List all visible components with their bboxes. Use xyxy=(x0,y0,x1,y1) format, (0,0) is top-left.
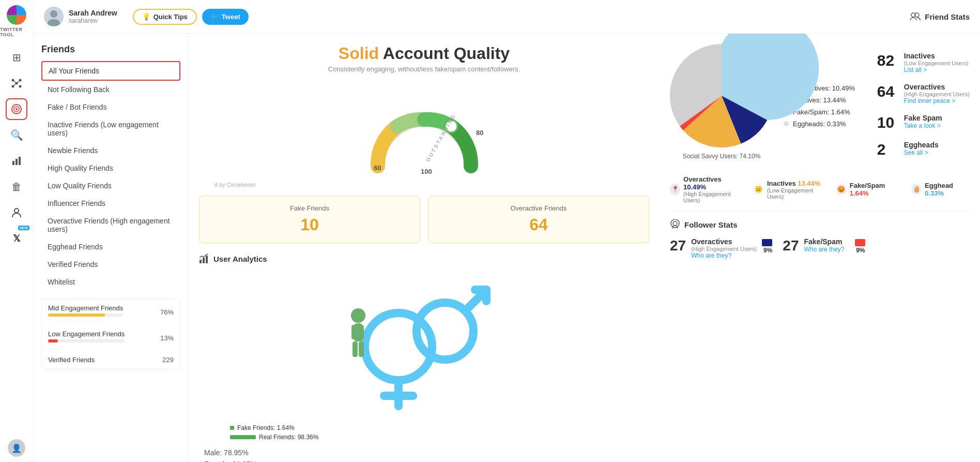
user-avatar xyxy=(44,7,64,26)
svg-text:80: 80 xyxy=(476,129,483,137)
gauge-container: 60 80 100 OUTSTANDING xyxy=(199,83,649,176)
menu-item-fake-bot[interactable]: Fake / Bot Friends xyxy=(41,98,180,116)
menu-item-overactive[interactable]: Overactive Friends (High engagement user… xyxy=(41,212,180,238)
metric-inactives-pct: 13.44% xyxy=(798,180,820,187)
follower-overactives-row: 27 Overactives (High Engagement Users) W… xyxy=(670,237,772,259)
follower-overactives-label: Overactives xyxy=(691,237,757,246)
eggheads-link[interactable]: See all > xyxy=(904,149,939,156)
inactives-sublabel: (Low Engagement Users) xyxy=(904,60,969,66)
menu-item-verified[interactable]: Verified Friends xyxy=(41,256,180,273)
svg-rect-11 xyxy=(12,161,14,165)
svg-point-35 xyxy=(351,308,365,323)
fake-friends-bar-row: Fake Friends: 1.64% xyxy=(230,424,649,431)
bar-labels: Fake Friends: 1.64% Real Friends: 98.36% xyxy=(230,424,649,441)
sidebar-item-delete[interactable]: 🗑 xyxy=(6,176,27,198)
menu-item-influencer[interactable]: Influencer Friends xyxy=(41,195,180,212)
quality-title: Solid Account Quality xyxy=(199,44,649,63)
menu-item-high-quality[interactable]: High Quality Friends xyxy=(41,159,180,177)
low-engagement-pct: 13% xyxy=(160,334,174,342)
sidebar-item-barchart[interactable] xyxy=(6,150,27,172)
left-panel: Friends All Your Friends Not Following B… xyxy=(34,34,189,462)
metric-inactives-icon: 😐 xyxy=(754,184,764,195)
user-analytics-title: User Analytics xyxy=(199,254,649,264)
user-info: Sarah Andrew saraharew xyxy=(69,9,117,24)
svg-line-6 xyxy=(18,81,20,83)
menu-item-all-friends[interactable]: All Your Friends xyxy=(41,61,180,81)
gender-chart xyxy=(347,274,502,419)
follower-stats-content: 27 Overactives (High Engagement Users) W… xyxy=(670,237,970,259)
fake-spam-number: 10 xyxy=(877,114,898,131)
menu-item-egghead[interactable]: Egghead Friends xyxy=(41,238,180,256)
eggheads-info: Eggheads See all > xyxy=(904,141,939,156)
menu-item-whitelist[interactable]: Whitelist xyxy=(41,273,180,291)
overactives-sublabel: (High Engagement Users) xyxy=(904,91,970,97)
metric-fake-spam-pct: 1.64% xyxy=(850,189,869,197)
inactives-link[interactable]: List all > xyxy=(904,66,969,73)
friend-stats-header: Friend Stats xyxy=(909,11,970,22)
menu-item-not-following-back[interactable]: Not Following Back xyxy=(41,81,180,98)
sidebar-item-x[interactable]: 𝕏 NEW xyxy=(6,228,27,249)
inactives-number: 82 xyxy=(877,52,898,69)
sidebar-item-target[interactable] xyxy=(6,98,27,120)
overactives-number: 64 xyxy=(877,83,898,100)
mid-engagement-bar-container xyxy=(48,314,123,317)
svg-rect-12 xyxy=(16,159,18,165)
right-panel: Social Savvy Users: 74.10% Overactives: … xyxy=(660,34,980,462)
follower-overactives-link[interactable]: Who are they? xyxy=(691,252,757,259)
sidebar-item-grid[interactable]: ⊞ xyxy=(6,47,27,68)
sidebar-item-nodes[interactable] xyxy=(6,72,27,94)
pie-chart xyxy=(670,44,773,147)
svg-point-41 xyxy=(673,221,677,226)
tweet-button[interactable]: 🐦 Tweet xyxy=(202,9,249,25)
follower-fake-spam-link[interactable]: Who are they? xyxy=(804,246,844,253)
legend-eggheads: Eggheads: 0.33% xyxy=(784,120,867,128)
svg-rect-37 xyxy=(351,325,357,339)
svg-point-16 xyxy=(50,10,57,18)
overactives-label: Overactives xyxy=(904,83,970,91)
svg-rect-40 xyxy=(359,341,364,357)
metric-inactives: 😐 Inactives 13.44% (Low Engagement Users… xyxy=(754,175,826,203)
follower-fake-spam-badge-pct: 9% xyxy=(855,247,865,254)
menu-item-newbie[interactable]: Newbie Friends xyxy=(41,142,180,159)
follower-stats-icon xyxy=(670,219,680,230)
metric-inactives-sublabel: (Low Engagement Users) xyxy=(767,187,826,200)
overactives-link[interactable]: Find inner peace > xyxy=(904,97,970,105)
menu-item-low-quality[interactable]: Low Quality Friends xyxy=(41,177,180,195)
fake-bar xyxy=(230,426,234,430)
user-avatar-sidebar[interactable]: 👤 xyxy=(8,439,25,457)
gauge-chart: 60 80 100 OUTSTANDING xyxy=(362,83,486,176)
sidebar-item-search[interactable]: 🔍 xyxy=(6,124,27,146)
fake-friends-label: Fake Friends xyxy=(208,204,411,212)
fake-spam-link[interactable]: Take a look > xyxy=(904,122,942,129)
metric-fake-spam: 😡 Fake/Spam 1.64% xyxy=(836,175,901,203)
top-right-section: Social Savvy Users: 74.10% Overactives: … xyxy=(670,44,970,168)
tweet-label: Tweet xyxy=(222,13,240,21)
low-engagement-bar-container xyxy=(48,339,125,342)
lightbulb-icon: 💡 xyxy=(142,13,150,21)
metric-overactives-icon: 📍 xyxy=(670,184,680,195)
quick-tips-label: Quick Tips xyxy=(154,13,188,21)
metric-egghead-label: Egghead xyxy=(925,182,953,189)
svg-text:100: 100 xyxy=(421,168,432,175)
inactives-stat-row: 82 Inactives (Low Engagement Users) List… xyxy=(877,52,970,73)
quick-tips-button[interactable]: 💡 Quick Tips xyxy=(133,9,197,25)
metric-inactives-info: Inactives 13.44% (Low Engagement Users) xyxy=(767,180,826,200)
follower-stats-section: Follower Stats 27 Overactives (High Enga… xyxy=(670,211,970,259)
sidebar-item-person[interactable] xyxy=(6,202,27,223)
friend-stats-numbers: 82 Inactives (Low Engagement Users) List… xyxy=(877,44,970,168)
quality-account: Account Quality xyxy=(379,44,510,63)
menu-item-inactive[interactable]: Inactive Friends (Low engagement users) xyxy=(41,116,180,142)
friend-stats-icon xyxy=(909,11,921,22)
follower-overactives-badge-container: 9% xyxy=(762,237,772,254)
male-pct-label: Male: 78.95% xyxy=(204,449,649,457)
follower-fake-spam-number: 27 xyxy=(783,237,799,254)
metric-overactives-info: Overactives 10.49% (High Engagement User… xyxy=(683,175,743,203)
mid-engagement-row: Mid Engagement Friends 76% xyxy=(42,299,180,325)
user-profile: Sarah Andrew saraharew xyxy=(44,7,117,26)
metric-fake-spam-info: Fake/Spam 1.64% xyxy=(850,182,901,197)
metric-egghead-icon: 🥚 xyxy=(911,184,922,195)
svg-rect-38 xyxy=(359,325,364,339)
mid-engagement-bar xyxy=(48,314,105,317)
twitter-bird-icon: 🐦 xyxy=(210,13,219,21)
metric-overactives-sublabel: (High Engagement Users) xyxy=(683,191,743,203)
